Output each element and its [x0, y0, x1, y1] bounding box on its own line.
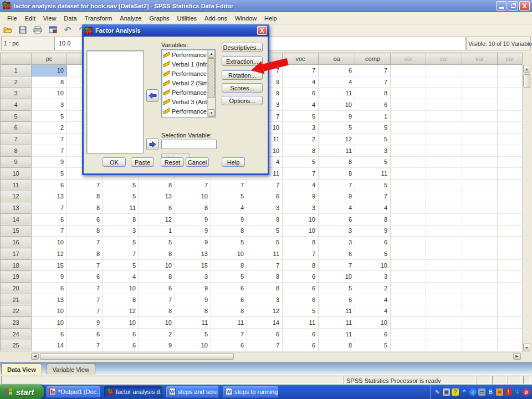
row-header[interactable]: 24 — [1, 328, 32, 340]
grid-cell[interactable]: 3 — [319, 237, 355, 248]
grid-cell[interactable] — [426, 179, 462, 191]
print-icon[interactable] — [33, 25, 43, 34]
column-header-var[interactable]: var — [391, 53, 426, 65]
grid-cell[interactable]: 10 — [355, 317, 391, 329]
grid-cell[interactable] — [462, 110, 498, 122]
dialog-close-icon[interactable]: X — [257, 26, 267, 35]
grid-cell[interactable]: 8 — [139, 179, 175, 191]
grid-cell[interactable]: 8 — [283, 237, 319, 248]
grid-corner-header[interactable] — [1, 53, 32, 65]
row-header[interactable]: 22 — [1, 305, 32, 317]
grid-cell[interactable]: 10 — [139, 317, 175, 329]
grid-cell[interactable] — [498, 145, 523, 156]
security-icon[interactable]: ! — [505, 388, 512, 396]
grid-cell[interactable]: 7 — [32, 225, 67, 237]
grid-cell[interactable]: 5 — [103, 179, 139, 191]
grid-cell[interactable]: 7 — [247, 179, 283, 191]
grid-cell[interactable]: 5 — [355, 134, 391, 145]
grid-cell[interactable] — [498, 294, 523, 305]
grid-cell[interactable] — [462, 237, 498, 248]
column-header-var[interactable]: var — [426, 53, 462, 65]
grid-cell[interactable] — [391, 259, 426, 271]
grid-cell[interactable]: 6 — [139, 202, 175, 214]
grid-cell[interactable]: 6 — [283, 340, 319, 351]
grid-cell[interactable]: 11 — [103, 202, 139, 214]
grid-cell[interactable] — [498, 134, 523, 145]
grid-cell[interactable]: 8 — [319, 168, 355, 180]
grid-cell[interactable]: 5 — [283, 305, 319, 317]
grid-cell[interactable] — [498, 225, 523, 237]
bluetooth-icon[interactable]: B — [487, 388, 494, 396]
row-header[interactable]: 14 — [1, 213, 32, 225]
grid-cell[interactable]: 6 — [355, 328, 391, 340]
grid-cell[interactable]: 6 — [319, 248, 355, 260]
grid-cell[interactable]: 9 — [32, 156, 67, 168]
minimize-button[interactable] — [496, 1, 507, 11]
grid-cell[interactable]: 4 — [283, 179, 319, 191]
grid-cell[interactable] — [498, 65, 523, 76]
row-header[interactable]: 1 — [1, 65, 32, 76]
grid-cell[interactable]: 6 — [319, 213, 355, 225]
horizontal-scroll-thumb[interactable] — [40, 353, 234, 360]
grid-cell[interactable]: 13 — [175, 248, 211, 260]
grid-cell[interactable] — [391, 134, 426, 145]
grid-cell[interactable] — [462, 145, 498, 156]
grid-cell[interactable]: 7 — [319, 179, 355, 191]
grid-cell[interactable]: 6 — [32, 179, 67, 191]
grid-cell[interactable]: 12 — [139, 213, 175, 225]
grid-cell[interactable]: 4 — [319, 76, 355, 88]
taskbar-task[interactable]: Wsteps and scree... — [166, 386, 218, 397]
grid-cell[interactable] — [462, 305, 498, 317]
grid-cell[interactable]: 5 — [139, 237, 175, 248]
grid-cell[interactable]: 8 — [139, 271, 175, 283]
grid-cell[interactable]: 7 — [67, 340, 103, 351]
grid-cell[interactable] — [462, 213, 498, 225]
grid-cell[interactable]: 7 — [67, 305, 103, 317]
grid-cell[interactable]: 4 — [355, 294, 391, 305]
grid-cell[interactable]: 10 — [211, 248, 247, 260]
taskbar-task[interactable]: factor analysis d... — [104, 386, 162, 397]
grid-cell[interactable] — [498, 283, 523, 294]
grid-cell[interactable] — [462, 88, 498, 99]
grid-cell[interactable]: 8 — [247, 283, 283, 294]
grid-cell[interactable]: 6 — [247, 191, 283, 202]
grid-cell[interactable]: 4 — [319, 202, 355, 214]
selected-variables-listbox[interactable] — [86, 50, 144, 154]
grid-cell[interactable]: 9 — [175, 213, 211, 225]
menu-help[interactable]: Help — [260, 13, 281, 23]
menu-utilities[interactable]: Utilities — [173, 13, 201, 23]
grid-cell[interactable]: 8 — [32, 76, 67, 88]
scroll-up-button[interactable]: ▲ — [523, 65, 530, 73]
grid-cell[interactable] — [391, 191, 426, 202]
grid-cell[interactable]: 11 — [319, 88, 355, 99]
grid-cell[interactable]: 5 — [247, 237, 283, 248]
pen-icon[interactable]: ✎ — [434, 388, 441, 396]
grid-cell[interactable]: 10 — [283, 225, 319, 237]
error-icon[interactable]: ø — [523, 388, 530, 396]
grid-cell[interactable]: 11 — [319, 145, 355, 156]
grid-cell[interactable] — [462, 168, 498, 180]
grid-cell[interactable]: 6 — [211, 294, 247, 305]
grid-cell[interactable]: 7 — [211, 179, 247, 191]
tab-variable-view[interactable]: Variable View — [47, 364, 95, 375]
grid-cell[interactable] — [498, 110, 523, 122]
grid-cell[interactable] — [426, 248, 462, 260]
grid-cell[interactable]: 5 — [175, 328, 211, 340]
grid-cell[interactable]: 7 — [139, 294, 175, 305]
grid-cell[interactable] — [426, 294, 462, 305]
column-header-pc[interactable]: pc — [32, 53, 67, 65]
grid-cell[interactable]: 5 — [103, 237, 139, 248]
restore-button[interactable] — [508, 1, 518, 11]
button-paste[interactable]: Paste — [131, 157, 154, 167]
taskbar-task[interactable]: Wsteps to running... — [223, 386, 278, 397]
grid-cell[interactable]: 3 — [175, 271, 211, 283]
row-header[interactable]: 25 — [1, 340, 32, 351]
grid-cell[interactable]: 7 — [103, 248, 139, 260]
grid-cell[interactable] — [498, 328, 523, 340]
grid-cell[interactable]: 3 — [355, 271, 391, 283]
grid-cell[interactable]: 7 — [283, 168, 319, 180]
grid-cell[interactable] — [462, 294, 498, 305]
grid-cell[interactable]: 12 — [247, 305, 283, 317]
save-icon[interactable] — [18, 25, 28, 34]
grid-cell[interactable]: 7 — [247, 259, 283, 271]
